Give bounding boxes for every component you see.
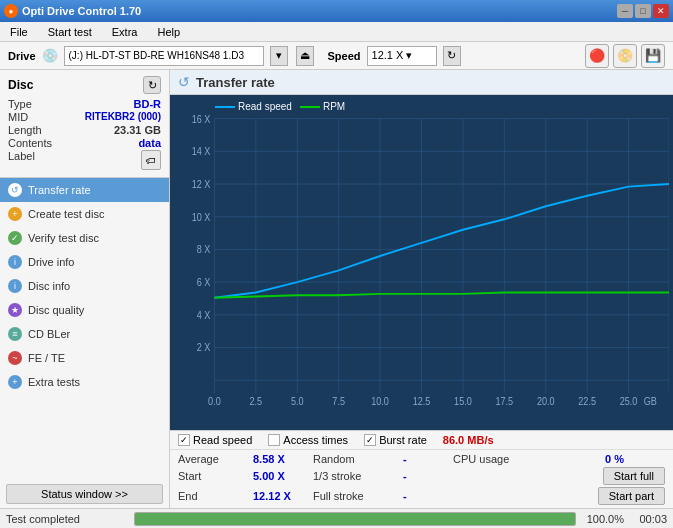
toolbar-button-2[interactable]: 📀 (613, 44, 637, 68)
stroke13-label: 1/3 stroke (313, 470, 403, 482)
cpu-usage-value: 0 % (605, 453, 665, 465)
checkboxes-row: ✓ Read speed Access times ✓ Burst rate 8… (170, 431, 673, 450)
disc-section-title: Disc (8, 78, 33, 92)
stats-area: ✓ Read speed Access times ✓ Burst rate 8… (170, 430, 673, 508)
nav-item-verify-test-disc[interactable]: ✓ Verify test disc (0, 226, 169, 250)
menu-file[interactable]: File (4, 24, 34, 40)
drive-eject-button[interactable]: ⏏ (296, 46, 314, 66)
svg-text:6 X: 6 X (197, 275, 211, 288)
nav-item-cd-bler[interactable]: ≡ CD BLer (0, 322, 169, 346)
create-test-disc-icon: + (8, 207, 22, 221)
elapsed-time: 00:03 (632, 513, 667, 525)
random-value: - (403, 453, 453, 465)
app-icon: ● (4, 4, 18, 18)
disc-type-value: BD-R (134, 98, 162, 110)
nav-item-disc-quality[interactable]: ★ Disc quality (0, 298, 169, 322)
toolbar-button-3[interactable]: 💾 (641, 44, 665, 68)
legend-read-color (215, 106, 235, 108)
nav-label-disc-quality: Disc quality (28, 304, 84, 316)
menu-bar: File Start test Extra Help (0, 22, 673, 42)
extra-tests-icon: + (8, 375, 22, 389)
checkbox-read-speed-label: Read speed (193, 434, 252, 446)
drive-select-arrow[interactable]: ▾ (270, 46, 288, 66)
legend-rpm-color (300, 106, 320, 108)
full-stroke-value: - (403, 490, 453, 502)
svg-text:12 X: 12 X (192, 177, 211, 190)
disc-length-label: Length (8, 124, 42, 136)
nav-item-fe-te[interactable]: ~ FE / TE (0, 346, 169, 370)
disc-refresh-button[interactable]: ↻ (143, 76, 161, 94)
stats-rows: Average 8.58 X Random - CPU usage 0 % St… (170, 450, 673, 508)
menu-start-test[interactable]: Start test (42, 24, 98, 40)
maximize-button[interactable]: □ (635, 4, 651, 18)
svg-text:10.0: 10.0 (371, 394, 389, 407)
legend-rpm: RPM (300, 101, 345, 112)
svg-text:0.0: 0.0 (208, 394, 221, 407)
minimize-button[interactable]: ─ (617, 4, 633, 18)
nav-item-drive-info[interactable]: i Drive info (0, 250, 169, 274)
disc-length-row: Length 23.31 GB (8, 124, 161, 136)
speed-select[interactable]: 12.1 X ▾ (367, 46, 437, 66)
status-bar: Test completed 100.0% 00:03 (0, 508, 673, 528)
nav-label-drive-info: Drive info (28, 256, 74, 268)
main-area: Disc ↻ Type BD-R MID RITEKBR2 (000) Leng… (0, 70, 673, 508)
nav-item-extra-tests[interactable]: + Extra tests (0, 370, 169, 394)
progress-percent: 100.0% (584, 513, 624, 525)
drive-select[interactable]: (J:) HL-DT-ST BD-RE WH16NS48 1.D3 (64, 46, 264, 66)
nav-label-verify-test-disc: Verify test disc (28, 232, 99, 244)
fe-te-icon: ~ (8, 351, 22, 365)
nav-item-create-test-disc[interactable]: + Create test disc (0, 202, 169, 226)
checkbox-burst-rate[interactable]: ✓ Burst rate (364, 434, 427, 446)
start-full-button[interactable]: Start full (603, 467, 665, 485)
average-label: Average (178, 453, 253, 465)
menu-extra[interactable]: Extra (106, 24, 144, 40)
toolbar-icons: 🔴 📀 💾 (585, 44, 665, 68)
speed-refresh-button[interactable]: ↻ (443, 46, 461, 66)
checkbox-burst-rate-label: Burst rate (379, 434, 427, 446)
panel-title: Transfer rate (196, 75, 275, 90)
progress-bar-fill (135, 513, 575, 525)
svg-text:22.5: 22.5 (578, 394, 596, 407)
window-controls: ─ □ ✕ (617, 4, 669, 18)
disc-label-icon-button[interactable]: 🏷 (141, 150, 161, 170)
nav-label-create-test-disc: Create test disc (28, 208, 104, 220)
checkbox-access-times-box[interactable] (268, 434, 280, 446)
disc-type-row: Type BD-R (8, 98, 161, 110)
sidebar-nav: ↺ Transfer rate + Create test disc ✓ Ver… (0, 178, 169, 480)
toolbar-button-1[interactable]: 🔴 (585, 44, 609, 68)
end-label: End (178, 490, 253, 502)
close-button[interactable]: ✕ (653, 4, 669, 18)
disc-section: Disc ↻ Type BD-R MID RITEKBR2 (000) Leng… (0, 70, 169, 178)
nav-label-disc-info: Disc info (28, 280, 70, 292)
menu-help[interactable]: Help (151, 24, 186, 40)
cpu-usage-label: CPU usage (453, 453, 605, 465)
checkbox-access-times[interactable]: Access times (268, 434, 348, 446)
checkbox-access-times-label: Access times (283, 434, 348, 446)
progress-bar (134, 512, 576, 526)
svg-text:15.0: 15.0 (454, 394, 472, 407)
disc-label-label: Label (8, 150, 35, 170)
verify-test-disc-icon: ✓ (8, 231, 22, 245)
legend-rpm-label: RPM (323, 101, 345, 112)
checkbox-read-speed-box[interactable]: ✓ (178, 434, 190, 446)
burst-rate-value: 86.0 MB/s (443, 434, 494, 446)
checkbox-read-speed[interactable]: ✓ Read speed (178, 434, 252, 446)
disc-mid-label: MID (8, 111, 28, 123)
disc-mid-value: RITEKBR2 (000) (85, 111, 161, 123)
nav-item-disc-info[interactable]: i Disc info (0, 274, 169, 298)
transfer-rate-icon: ↺ (8, 183, 22, 197)
svg-text:2.5: 2.5 (250, 394, 263, 407)
svg-text:17.5: 17.5 (496, 394, 514, 407)
end-value: 12.12 X (253, 490, 313, 502)
svg-text:12.5: 12.5 (413, 394, 431, 407)
nav-item-transfer-rate[interactable]: ↺ Transfer rate (0, 178, 169, 202)
checkbox-burst-rate-box[interactable]: ✓ (364, 434, 376, 446)
disc-contents-label: Contents (8, 137, 52, 149)
app-title: Opti Drive Control 1.70 (22, 5, 141, 17)
disc-quality-icon: ★ (8, 303, 22, 317)
status-window-button[interactable]: Status window >> (6, 484, 163, 504)
nav-label-cd-bler: CD BLer (28, 328, 70, 340)
drive-disc-icon: 💿 (42, 48, 58, 63)
start-part-button[interactable]: Start part (598, 487, 665, 505)
disc-contents-row: Contents data (8, 137, 161, 149)
